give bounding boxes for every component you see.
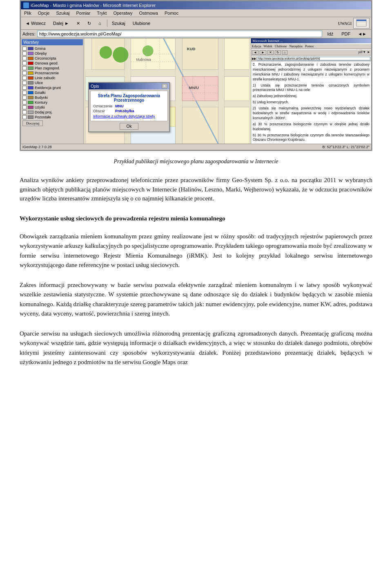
right-addr-label: ▶▶ (252, 57, 256, 60)
go-button[interactable]: Idź (324, 31, 337, 37)
uwagi-label: UWAGI (338, 21, 352, 26)
doczytaj-button[interactable]: Doczytaj (22, 120, 43, 126)
pdf-button[interactable]: PDF (339, 31, 353, 37)
layer-gmina[interactable]: Gmina (22, 46, 83, 51)
layer-ewidencja[interactable]: Ewidencja grunt (22, 85, 83, 90)
menu-ostmowa[interactable]: Ostmowa (137, 10, 159, 16)
svg-point-24 (143, 45, 154, 56)
opis-oznaczenie-label: Oznaczenie (93, 104, 114, 108)
svg-text:KUD: KUD (187, 47, 196, 51)
ie-icon (23, 2, 29, 8)
search-toolbar-button[interactable]: Szukaj (109, 20, 128, 27)
svg-rect-13 (225, 38, 249, 69)
right-text-p1: 2. Przeznaczenie, zagospodarowanie i zab… (253, 62, 370, 82)
right-menu-pomoc[interactable]: Pomoc (305, 44, 314, 48)
menu-pomiar[interactable]: Pomiar (75, 10, 92, 16)
svg-point-23 (113, 47, 128, 62)
layer-przeznaczenie[interactable]: Przeznaczenie (22, 71, 83, 76)
right-back-btn[interactable]: ◄ (252, 50, 258, 55)
layer-ulice[interactable]: Ulice (22, 80, 83, 85)
right-menu-edycja[interactable]: Edycja (252, 44, 261, 48)
right-addressbar: ▶▶ (251, 56, 371, 61)
right-text-p4: b) Usług komercyjnych. (253, 100, 370, 105)
body-paragraph3: Zakres informacji przechowywany w bazie … (20, 280, 372, 318)
right-panel-titlebar: Microsoft Internet ... (251, 38, 371, 43)
page-container: iGeoMap - Miasto i gmina Halinów - Micro… (0, 0, 392, 394)
right-stop-btn[interactable]: ✕ (267, 50, 274, 55)
layer-linie[interactable]: Linie zabudc (22, 76, 83, 80)
layer-obreby[interactable]: Obręby (22, 51, 83, 56)
map-area[interactable]: KUD Malinowa MN/U (84, 38, 251, 144)
screenshot-area: iGeoMap - Miasto i gmina Halinów - Micro… (20, 0, 372, 151)
right-extra-label: ► (367, 50, 370, 55)
geomap-toolbar: iGeoMap 2.7.0.28 B: 52°13'22.3" L: 21°22… (21, 144, 371, 150)
right-home-btn[interactable]: ⌂ (282, 50, 287, 55)
right-pdf-label: pdf▼ (358, 50, 366, 55)
opis-obszar-label: Obszar (93, 109, 114, 113)
paragraph4-section: Oparcie serwisu na usługach sieciowych u… (20, 329, 372, 378)
extra-button[interactable]: ◄► (355, 31, 370, 37)
right-refresh-btn[interactable]: ↻ (275, 50, 281, 55)
address-label: Adres: (22, 31, 36, 36)
ie-content: Warstwy Gmina Obręby Circonscr (21, 38, 371, 144)
menu-operatwy[interactable]: Operatwy (111, 10, 134, 16)
layer-kontury[interactable]: Kontury (22, 100, 83, 105)
analysis-paragraph: Analiza wyników ankiety przeprowadzonej … (20, 176, 372, 203)
layer-circonscripta[interactable]: Circonscripta (22, 56, 83, 61)
layer-pozostale[interactable]: Pozostałe (22, 115, 83, 120)
right-address-input[interactable] (257, 57, 370, 60)
right-menu-ulubione[interactable]: Ulubione (275, 44, 287, 48)
svg-rect-8 (175, 38, 182, 144)
right-menu-widok[interactable]: Widok (263, 44, 272, 48)
right-menu-narzedzia[interactable]: Narzędzia (289, 44, 302, 48)
right-forward-btn[interactable]: ► (260, 50, 266, 55)
opis-ok-button[interactable]: Ok (120, 123, 139, 130)
layer-budynki[interactable]: Budynki (22, 95, 83, 100)
paragraph1-section: Analiza wyników ankiety przeprowadzonej … (20, 176, 372, 214)
right-panel: Microsoft Internet ... Edycja Widok Ulub… (251, 38, 371, 144)
layer-uzytki[interactable]: Użytki (22, 105, 83, 110)
address-input[interactable] (37, 31, 322, 37)
layers-panel: Warstwy Gmina Obręby Circonscr (21, 38, 84, 144)
menu-pomoc[interactable]: Pomoc (163, 10, 180, 16)
right-text-content: 2. Przeznaczenie, zagospodarowanie i zab… (253, 62, 370, 144)
opis-obszar-field: Obszar PnKobylka (93, 109, 165, 113)
paragraph3-section: Zakres informacji przechowywany w bazie … (20, 280, 372, 329)
refresh-button[interactable]: ↻ (85, 20, 94, 27)
menu-szukaj[interactable]: Szukaj (54, 10, 71, 16)
menu-plik[interactable]: Plik (22, 10, 33, 16)
menu-trykt[interactable]: Trykt (95, 10, 108, 16)
opis-link[interactable]: Informacje z uchwały dotyczące strefy (93, 114, 165, 118)
heading1-section: Wykorzystanie usług sieciowych do prowad… (20, 214, 372, 232)
ie-window: iGeoMap - Miasto i gmina Halinów - Micro… (20, 0, 372, 151)
back-button[interactable]: ◄ Wstecz (22, 20, 49, 27)
layer-osnowa[interactable]: Osnowa geod. (22, 61, 83, 66)
opis-content-title: Strefa Planu Zagospodarowania Przestrzen… (93, 93, 165, 102)
svg-text:MN/U: MN/U (189, 85, 199, 90)
opis-content: Strefa Planu Zagospodarowania Przestrzen… (90, 91, 168, 121)
ie-title: iGeoMap - Miasto i gmina Halinów - Micro… (31, 3, 156, 8)
opis-dialog: Opis ✕ Strefa Planu Zagospodarowania Prz… (88, 82, 170, 132)
body-paragraph2: Obowiązek zarządzania mieniem komunalnym… (20, 232, 372, 270)
home-button[interactable]: ⌂ (96, 20, 104, 27)
right-text-p3: a) Zabudowy jednorodzinnej. (253, 94, 370, 99)
ie-toolbar: ◄ Wstecz Dalej ► ✕ ↻ ⌂ Szukaj Ulubione U… (21, 17, 371, 30)
right-text-p6: a) 30 % przeznaczona biologicznie czynny… (253, 122, 370, 132)
svg-rect-1 (356, 20, 366, 21)
layer-plan[interactable]: Plan zagospod. (22, 66, 83, 71)
forward-button[interactable]: Dalej ► (50, 20, 72, 27)
ie-menubar[interactable]: Plik Opcje Szukaj Pomiar Trykt Operatwy … (21, 9, 371, 17)
svg-rect-9 (218, 38, 224, 144)
layer-dodaj[interactable]: Dodaj proj. (22, 110, 83, 115)
opis-oznaczenie-field: Oznaczenie MNU (93, 104, 165, 108)
right-menubar[interactable]: Edycja Widok Ulubione Narzędzia Pomoc (251, 44, 371, 49)
svg-rect-5 (85, 69, 249, 76)
opis-close-button[interactable]: ✕ (162, 84, 167, 89)
favorites-button[interactable]: Ulubione (130, 20, 153, 27)
layer-dzialki[interactable]: Działki (22, 90, 83, 95)
menu-opcje[interactable]: Opcje (36, 10, 51, 16)
right-toolbar: ◄ ► ✕ ↻ ⌂ pdf▼ ► (251, 50, 371, 56)
svg-text:Malinowa: Malinowa (136, 58, 151, 62)
uwagi-icon (353, 18, 370, 29)
stop-button[interactable]: ✕ (74, 20, 83, 27)
